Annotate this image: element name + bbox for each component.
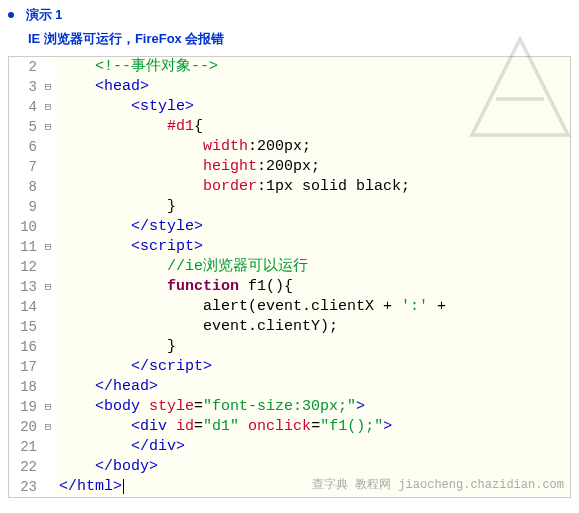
line-number: 17 — [9, 357, 41, 377]
code-content[interactable]: //ie浏览器可以运行 — [55, 257, 570, 277]
code-line[interactable]: 19⊟ <body style="font-size:30px;"> — [9, 397, 570, 417]
code-content[interactable]: </script> — [55, 357, 570, 377]
code-content[interactable]: height:200px; — [55, 157, 570, 177]
fold-gutter-icon — [41, 437, 55, 457]
code-line[interactable]: 20⊟ <div id="d1" onclick="f1();"> — [9, 417, 570, 437]
line-number: 16 — [9, 337, 41, 357]
code-content[interactable]: event.clientY); — [55, 317, 570, 337]
code-line[interactable]: 13⊟ function f1(){ — [9, 277, 570, 297]
line-number: 21 — [9, 437, 41, 457]
line-number: 13 — [9, 277, 41, 297]
line-number: 8 — [9, 177, 41, 197]
code-line[interactable]: 17 </script> — [9, 357, 570, 377]
line-number: 20 — [9, 417, 41, 437]
line-number: 4 — [9, 97, 41, 117]
fold-gutter-icon — [41, 457, 55, 477]
demo-subtitle: IE 浏览器可运行，FireFox 会报错 — [0, 28, 579, 56]
line-number: 19 — [9, 397, 41, 417]
fold-gutter-icon — [41, 297, 55, 317]
code-content[interactable]: </div> — [55, 437, 570, 457]
fold-gutter-icon — [41, 317, 55, 337]
fold-gutter-icon — [41, 377, 55, 397]
line-number: 11 — [9, 237, 41, 257]
code-line[interactable]: 23</html> — [9, 477, 570, 497]
code-content[interactable]: <script> — [55, 237, 570, 257]
code-line[interactable]: 12 //ie浏览器可以运行 — [9, 257, 570, 277]
code-line[interactable]: 16 } — [9, 337, 570, 357]
line-number: 22 — [9, 457, 41, 477]
code-content[interactable]: <div id="d1" onclick="f1();"> — [55, 417, 570, 437]
line-number: 14 — [9, 297, 41, 317]
fold-gutter-icon[interactable]: ⊟ — [41, 117, 55, 137]
code-line[interactable]: 6 width:200px; — [9, 137, 570, 157]
code-line[interactable]: 15 event.clientY); — [9, 317, 570, 337]
code-line[interactable]: 8 border:1px solid black; — [9, 177, 570, 197]
fold-gutter-icon — [41, 137, 55, 157]
line-number: 12 — [9, 257, 41, 277]
code-line[interactable]: 10 </style> — [9, 217, 570, 237]
code-content[interactable]: width:200px; — [55, 137, 570, 157]
code-content[interactable]: </body> — [55, 457, 570, 477]
line-number: 3 — [9, 77, 41, 97]
code-content[interactable]: } — [55, 197, 570, 217]
code-content[interactable]: </head> — [55, 377, 570, 397]
line-number: 18 — [9, 377, 41, 397]
code-content[interactable]: <head> — [55, 77, 570, 97]
code-content[interactable]: </html> — [55, 477, 570, 497]
code-content[interactable]: alert(event.clientX + ':' + — [55, 297, 570, 317]
line-number: 10 — [9, 217, 41, 237]
code-line[interactable]: 18 </head> — [9, 377, 570, 397]
line-number: 2 — [9, 57, 41, 77]
code-content[interactable]: <style> — [55, 97, 570, 117]
fold-gutter-icon — [41, 257, 55, 277]
code-line[interactable]: 14 alert(event.clientX + ':' + — [9, 297, 570, 317]
code-content[interactable]: <!--事件对象--> — [55, 57, 570, 77]
code-content[interactable]: function f1(){ — [55, 277, 570, 297]
fold-gutter-icon — [41, 157, 55, 177]
fold-gutter-icon[interactable]: ⊟ — [41, 277, 55, 297]
code-content[interactable]: #d1{ — [55, 117, 570, 137]
header: 演示 1 — [0, 0, 579, 28]
bullet-icon — [8, 12, 14, 18]
code-editor[interactable]: 2 <!--事件对象-->3⊟ <head>4⊟ <style>5⊟ #d1{6… — [8, 56, 571, 498]
code-line[interactable]: 22 </body> — [9, 457, 570, 477]
code-line[interactable]: 9 } — [9, 197, 570, 217]
code-line[interactable]: 2 <!--事件对象--> — [9, 57, 570, 77]
fold-gutter-icon[interactable]: ⊟ — [41, 77, 55, 97]
fold-gutter-icon — [41, 337, 55, 357]
code-line[interactable]: 21 </div> — [9, 437, 570, 457]
fold-gutter-icon[interactable]: ⊟ — [41, 397, 55, 417]
line-number: 9 — [9, 197, 41, 217]
code-line[interactable]: 11⊟ <script> — [9, 237, 570, 257]
fold-gutter-icon — [41, 197, 55, 217]
code-content[interactable]: <body style="font-size:30px;"> — [55, 397, 570, 417]
code-content[interactable]: } — [55, 337, 570, 357]
demo-title: 演示 1 — [26, 7, 63, 22]
fold-gutter-icon — [41, 217, 55, 237]
line-number: 7 — [9, 157, 41, 177]
fold-gutter-icon[interactable]: ⊟ — [41, 417, 55, 437]
line-number: 6 — [9, 137, 41, 157]
code-line[interactable]: 3⊟ <head> — [9, 77, 570, 97]
fold-gutter-icon — [41, 177, 55, 197]
fold-gutter-icon — [41, 357, 55, 377]
code-content[interactable]: border:1px solid black; — [55, 177, 570, 197]
fold-gutter-icon[interactable]: ⊟ — [41, 97, 55, 117]
line-number: 15 — [9, 317, 41, 337]
code-content[interactable]: </style> — [55, 217, 570, 237]
line-number: 5 — [9, 117, 41, 137]
code-line[interactable]: 5⊟ #d1{ — [9, 117, 570, 137]
fold-gutter-icon — [41, 57, 55, 77]
fold-gutter-icon — [41, 477, 55, 497]
code-line[interactable]: 7 height:200px; — [9, 157, 570, 177]
code-line[interactable]: 4⊟ <style> — [9, 97, 570, 117]
fold-gutter-icon[interactable]: ⊟ — [41, 237, 55, 257]
line-number: 23 — [9, 477, 41, 497]
